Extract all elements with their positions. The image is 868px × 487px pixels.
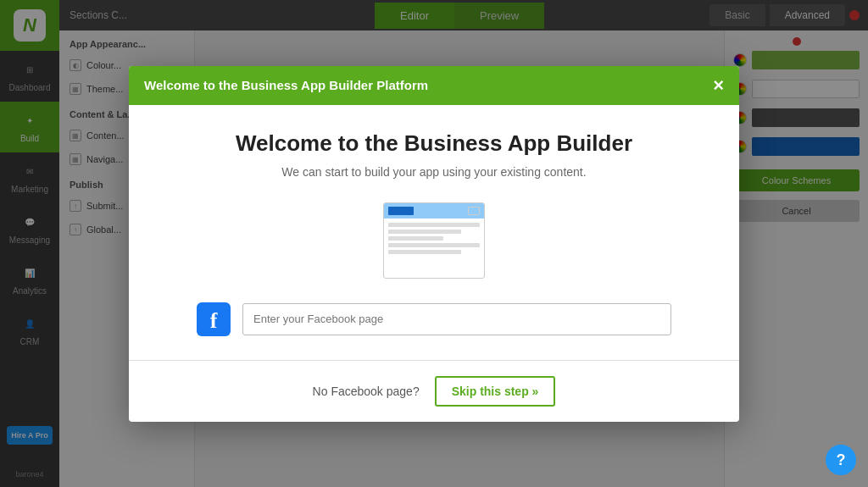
mockup-line <box>388 230 461 234</box>
facebook-icon: f <box>197 302 231 336</box>
app-mockup-illustration <box>383 202 485 279</box>
modal-close-button[interactable]: × <box>713 76 724 95</box>
mockup-line <box>388 236 443 241</box>
mockup-header-small <box>468 207 480 215</box>
facebook-page-input[interactable] <box>242 303 671 335</box>
welcome-modal: Welcome to the Business App Builder Plat… <box>129 66 739 422</box>
mockup-line <box>388 250 461 254</box>
modal-footer: No Facebook page? Skip this step » <box>129 361 739 422</box>
facebook-input-row: f <box>163 302 705 336</box>
mockup-line <box>388 223 480 227</box>
facebook-f-letter: f <box>210 310 218 332</box>
modal-header-title: Welcome to the Business App Builder Plat… <box>144 78 428 92</box>
modal-title: Welcome to the Business App Builder <box>163 130 705 157</box>
modal-body: Welcome to the Business App Builder We c… <box>129 105 739 336</box>
no-facebook-label: No Facebook page? <box>313 385 420 398</box>
mockup-content <box>384 219 484 258</box>
mockup-header-block <box>388 207 414 215</box>
help-button[interactable]: ? <box>826 445 856 475</box>
mockup-line <box>388 243 480 247</box>
modal-header: Welcome to the Business App Builder Plat… <box>129 66 739 105</box>
modal-subtitle: We can start to build your app using you… <box>163 165 705 179</box>
skip-step-button[interactable]: Skip this step » <box>435 376 556 407</box>
modal-overlay: Welcome to the Business App Builder Plat… <box>0 0 868 487</box>
mockup-header <box>384 203 484 219</box>
